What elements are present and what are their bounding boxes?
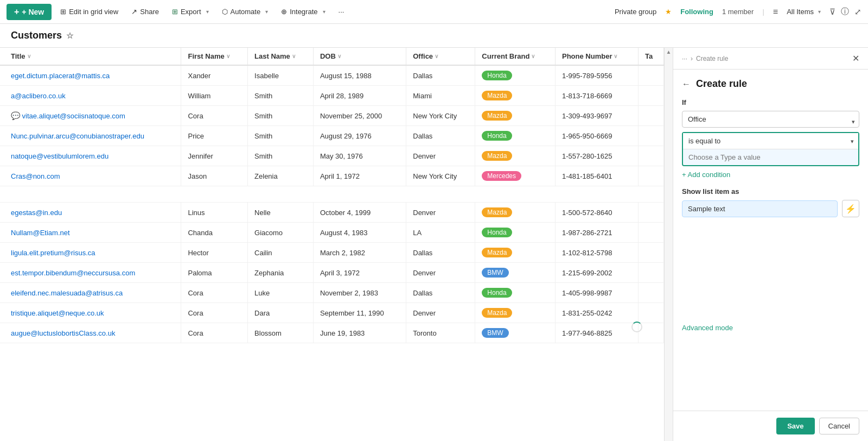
brand-badge: BMW [482, 268, 508, 278]
cell-title[interactable]: a@aclibero.co.uk [0, 86, 181, 106]
following-button[interactable]: Following [680, 8, 713, 16]
cell-first: Linus [181, 203, 248, 223]
cancel-button[interactable]: Cancel [819, 418, 859, 434]
scroll-up[interactable]: ▲ [666, 49, 672, 55]
automate-button[interactable]: ⬡ Automate ▾ [218, 5, 273, 18]
panel-body: ← Create rule If Office is equal to is n… [673, 70, 868, 411]
cell-dob: September 11, 1990 [313, 303, 406, 323]
new-button[interactable]: + + New [7, 4, 52, 20]
table-area: Title ∨ First Name ∨ Last Name ∨ DOB ∨ O… [0, 48, 664, 441]
col-ta[interactable]: Ta [638, 48, 663, 65]
table-row: egestas@in.edu Linus Nelle October 4, 19… [0, 203, 664, 223]
integrate-button[interactable]: ⊕ Integrate ▾ [277, 5, 329, 18]
col-office[interactable]: Office ∨ [406, 48, 475, 65]
panel-back-button[interactable]: ← [682, 79, 691, 89]
cell-title[interactable]: Nullam@Etiam.net [0, 223, 181, 243]
cell-title[interactable]: egestas@in.edu [0, 203, 181, 223]
show-as-label: Show list item as [682, 187, 859, 196]
cell-ta [638, 203, 663, 223]
condition-select[interactable]: is equal to is not equal to contains doe… [683, 133, 858, 149]
cell-brand: Mazda [475, 106, 556, 126]
cell-title[interactable]: eget.dictum.placerat@mattis.ca [0, 65, 181, 86]
cell-brand: BMW [475, 323, 556, 343]
cell-brand: Mazda [475, 243, 556, 263]
page-title-bar: Customers ☆ [0, 24, 868, 48]
col-dob[interactable]: DOB ∨ [313, 48, 406, 65]
breadcrumb-arrow: › [691, 55, 693, 62]
brand-badge: Mazda [482, 151, 512, 161]
table-row: natoque@vestibulumlorem.edu Jennifer Smi… [0, 146, 664, 166]
cell-office: Dallas [406, 65, 475, 86]
lightning-button[interactable]: ⚡ [842, 200, 859, 217]
cell-last: Nelle [248, 203, 314, 223]
col-phone[interactable]: Phone Number ∨ [556, 48, 639, 65]
star-icon: ★ [665, 8, 672, 16]
table-row: est.tempor.bibendum@neccursusa.com Palom… [0, 263, 664, 283]
cell-last: Giacomo [248, 223, 314, 243]
edit-grid-label: Edit in grid view [69, 8, 118, 16]
col-title[interactable]: Title ∨ [0, 48, 181, 65]
info-icon[interactable]: ⓘ [841, 7, 849, 17]
cell-dob: August 29, 1976 [313, 126, 406, 146]
field-selector[interactable]: Office [682, 111, 859, 128]
col-brand[interactable]: Current Brand ∨ [475, 48, 556, 65]
brand-badge: Mazda [482, 91, 512, 100]
cell-office: Miami [406, 86, 475, 106]
cell-title[interactable]: eleifend.nec.malesuada@atrisus.ca [0, 283, 181, 303]
cell-dob: April 3, 1972 [313, 263, 406, 283]
cell-title[interactable]: tristique.aliquet@neque.co.uk [0, 303, 181, 323]
cell-title[interactable]: ligula.elit.pretium@risus.ca [0, 243, 181, 263]
cell-title[interactable]: natoque@vestibulumlorem.edu [0, 146, 181, 166]
cell-last: Dara [248, 303, 314, 323]
condition-box: is equal to is not equal to contains doe… [682, 132, 859, 166]
add-condition-button[interactable]: + Add condition [682, 171, 859, 179]
expand-icon[interactable]: ⤢ [854, 7, 861, 17]
cell-title[interactable]: Nunc.pulvinar.arcu@conubianostraper.edu [0, 126, 181, 146]
cell-first: Paloma [181, 263, 248, 283]
panel-close-button[interactable]: ✕ [852, 53, 859, 64]
cell-dob: November 2, 1983 [313, 283, 406, 303]
favorite-icon[interactable]: ☆ [66, 31, 73, 41]
cell-last: Zephania [248, 263, 314, 283]
cell-phone: 1-995-789-5956 [556, 65, 639, 86]
export-chevron: ▾ [206, 9, 209, 15]
cell-office: Denver [406, 263, 475, 283]
brand-badge: Honda [482, 288, 512, 298]
table-row: tristique.aliquet@neque.co.uk Cora Dara … [0, 303, 664, 323]
if-label: If [682, 98, 859, 106]
cell-last: Zelenia [248, 166, 314, 186]
cell-office: Denver [406, 146, 475, 166]
integrate-chevron: ▾ [323, 9, 326, 15]
cell-title[interactable]: est.tempor.bibendum@neccursusa.com [0, 263, 181, 283]
integrate-icon: ⊕ [281, 8, 287, 16]
more-button[interactable]: ··· [334, 5, 349, 18]
cell-title[interactable]: Cras@non.com [0, 166, 181, 186]
cell-brand: Mazda [475, 203, 556, 223]
cell-phone: 1-987-286-2721 [556, 223, 639, 243]
cell-dob: August 15, 1988 [313, 65, 406, 86]
col-firstname[interactable]: First Name ∨ [181, 48, 248, 65]
all-items-button[interactable]: All Items ▾ [787, 8, 821, 16]
cell-phone: 1-557-280-1625 [556, 146, 639, 166]
col-lastname[interactable]: Last Name ∨ [248, 48, 314, 65]
create-rule-panel: ··· › Create rule ✕ ← Create rule If Off… [673, 48, 868, 441]
cell-title[interactable]: augue@luctuslobortisClass.co.uk [0, 323, 181, 343]
cell-title[interactable]: 💬 vitae.aliquet@sociisnatoque.com [0, 106, 181, 126]
cell-phone: 1-813-718-6669 [556, 86, 639, 106]
lightning-icon: ⚡ [845, 204, 856, 214]
share-button[interactable]: ↗ Share [127, 5, 163, 18]
breadcrumb-dots: ··· [682, 55, 687, 62]
scroll-strip: ▲ [664, 48, 673, 441]
table-row: ligula.elit.pretium@risus.ca Hector Cail… [0, 243, 664, 263]
brand-badge: BMW [482, 328, 508, 338]
edit-grid-button[interactable]: ⊞ Edit in grid view [56, 5, 123, 18]
lines-icon[interactable]: ≡ [773, 7, 778, 17]
cell-office: Toronto [406, 323, 475, 343]
advanced-mode-link[interactable]: Advanced mode [682, 315, 859, 336]
export-button[interactable]: ⊞ Export ▾ [168, 5, 213, 18]
filter-icon[interactable]: ⊽ [829, 7, 835, 17]
table-body: eget.dictum.placerat@mattis.ca Xander Is… [0, 65, 664, 343]
value-input[interactable] [683, 149, 858, 165]
save-button[interactable]: Save [776, 418, 814, 434]
cell-first: Cora [181, 106, 248, 126]
